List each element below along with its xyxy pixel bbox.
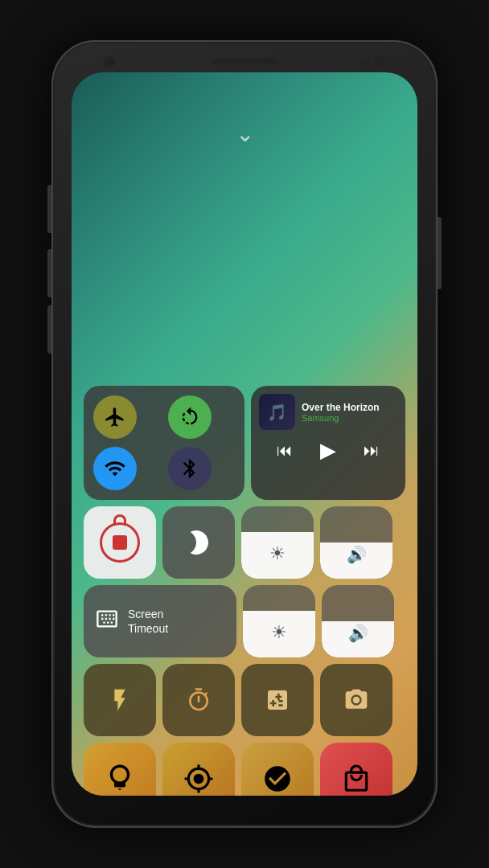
screen-timeout-button[interactable]: ScreenTimeout: [84, 585, 236, 657]
music-title: Over the Horizon: [302, 402, 380, 413]
volume-icon-2: 🔊: [348, 624, 368, 643]
timer-button[interactable]: [162, 664, 235, 736]
bluetooth-toggle[interactable]: [168, 447, 212, 490]
phone-frame: 🎵 Over the Horizon Samsung ⏮ ▶ ⏭: [51, 40, 438, 828]
row-1: 🎵 Over the Horizon Samsung ⏮ ▶ ⏭: [84, 386, 405, 500]
album-art: 🎵: [259, 394, 295, 430]
gear-app-icon[interactable]: [162, 743, 235, 796]
airplane-mode-toggle[interactable]: [93, 395, 137, 439]
control-panel: 🎵 Over the Horizon Samsung ⏮ ▶ ⏭: [84, 386, 405, 796]
speaker-bar: [212, 58, 277, 64]
music-player-card: 🎵 Over the Horizon Samsung ⏮ ▶ ⏭: [251, 386, 405, 500]
quick-toggles: [84, 386, 244, 500]
row-5: [84, 743, 405, 796]
music-artist: Samsung: [302, 413, 380, 423]
row-3: ScreenTimeout ☀ 🔊: [84, 585, 405, 657]
camera-button[interactable]: [320, 664, 392, 736]
prev-button[interactable]: ⏮: [273, 438, 296, 463]
camera-left: [104, 56, 115, 68]
night-mode-button[interactable]: [162, 506, 235, 579]
screen-timeout-label: ScreenTimeout: [128, 607, 168, 636]
connect-app-icon[interactable]: [241, 743, 314, 796]
music-controls: ⏮ ▶ ⏭: [259, 435, 397, 466]
bixby-app-icon[interactable]: [84, 743, 156, 796]
brightness-slider[interactable]: ☀: [241, 506, 314, 579]
screen: 🎵 Over the Horizon Samsung ⏮ ▶ ⏭: [72, 72, 417, 796]
notch-area: [51, 40, 438, 84]
calculator-button[interactable]: [241, 664, 314, 736]
volume-slider-2[interactable]: 🔊: [322, 585, 394, 657]
row-2: ☀ 🔊: [84, 506, 405, 579]
volume-slider[interactable]: 🔊: [320, 506, 392, 579]
auto-rotate-toggle[interactable]: [168, 395, 212, 439]
chevron-down-icon[interactable]: [228, 125, 261, 141]
music-text: Over the Horizon Samsung: [302, 402, 380, 423]
brightness-icon: ☀: [269, 543, 286, 564]
lock-icon: [100, 522, 140, 563]
brightness-slider-2[interactable]: ☀: [243, 585, 315, 657]
lock-shackle: [113, 514, 126, 526]
brightness-icon-2: ☀: [271, 622, 287, 643]
row-4: [84, 664, 405, 736]
camera-right: [374, 56, 385, 68]
wifi-toggle[interactable]: [93, 447, 137, 490]
next-button[interactable]: ⏭: [360, 438, 383, 463]
music-info: 🎵 Over the Horizon Samsung: [259, 394, 397, 430]
screen-timeout-icon: [96, 608, 118, 636]
screen-lock-button[interactable]: [84, 506, 156, 579]
play-button[interactable]: ▶: [317, 435, 339, 466]
album-art-image: 🎵: [259, 394, 295, 430]
svg-rect-0: [116, 542, 123, 547]
volume-icon: 🔊: [347, 545, 367, 564]
shop-app-icon[interactable]: [320, 743, 392, 796]
flashlight-button[interactable]: [84, 664, 156, 736]
sensor-dot: [361, 58, 369, 66]
